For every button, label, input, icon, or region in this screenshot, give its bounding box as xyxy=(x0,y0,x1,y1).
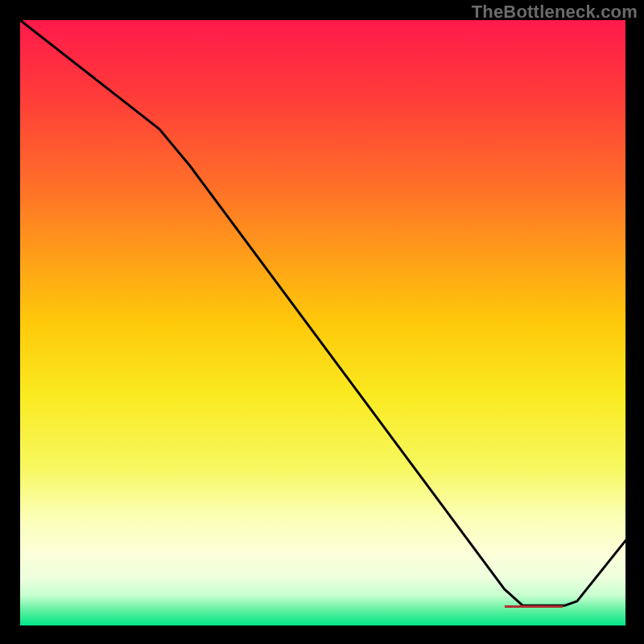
plot-area: ▬▬▬▬▬▬▬▬▬▬▬▬▬▬ xyxy=(20,20,625,625)
chart-frame: TheBottleneck.com ▬▬▬▬▬▬▬▬▬▬▬▬▬▬ xyxy=(0,0,644,644)
minimum-marker: ▬▬▬▬▬▬▬▬▬▬▬▬▬▬ xyxy=(505,601,563,609)
bottleneck-curve xyxy=(20,20,625,625)
